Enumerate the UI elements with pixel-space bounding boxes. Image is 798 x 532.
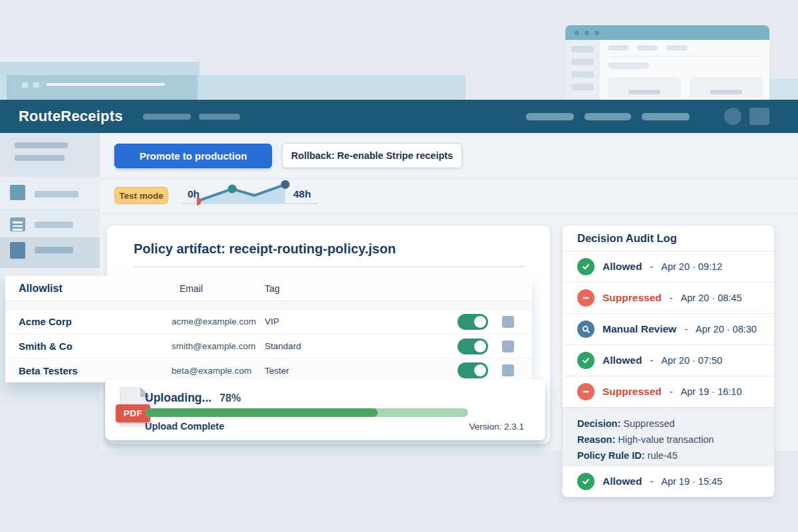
table-spacer bbox=[5, 301, 532, 310]
app-header: RouteReceipts bbox=[0, 100, 798, 133]
detail-rule-id: Policy Rule ID: rule-45 bbox=[577, 450, 774, 461]
audit-log-title: Decision Audit Log bbox=[563, 225, 774, 251]
promote-button-label: Promote to production bbox=[140, 150, 247, 162]
nav-item-placeholder[interactable] bbox=[526, 113, 574, 120]
rollback-button-label: Rollback: Re-enable Stripe receipts bbox=[291, 150, 453, 161]
audit-detail-box: Decision: Suppressed Reason: High-value … bbox=[563, 408, 774, 466]
decor-band bbox=[768, 78, 798, 100]
decor-mock-sidebar bbox=[565, 40, 600, 100]
row-toggle[interactable] bbox=[458, 338, 488, 354]
decor-browser-mock bbox=[565, 25, 769, 100]
divider bbox=[100, 178, 798, 179]
search-icon bbox=[577, 321, 595, 338]
menu-square-icon[interactable] bbox=[749, 108, 769, 125]
list-icon bbox=[10, 217, 25, 231]
nav-item-placeholder[interactable] bbox=[199, 114, 240, 120]
table-row[interactable]: Acme Corp acme@example.com VIP bbox=[5, 310, 532, 334]
minus-icon bbox=[577, 383, 595, 400]
check-icon bbox=[577, 473, 595, 490]
test-sparkline bbox=[197, 180, 290, 207]
audit-entry[interactable]: Manual Review - Apr 20 · 08:30 bbox=[563, 314, 774, 345]
upload-card: PDF Uploading...78% Upload Complete Vers… bbox=[105, 379, 545, 440]
audit-entry[interactable]: Suppressed - Apr 20 · 08:45 bbox=[563, 283, 774, 314]
window-dot-icon bbox=[595, 31, 599, 35]
decor-mock-content bbox=[600, 40, 769, 100]
column-header-tag: Tag bbox=[265, 283, 280, 294]
check-icon bbox=[577, 352, 595, 369]
decor-browser-titlebar bbox=[565, 25, 769, 40]
row-toggle[interactable] bbox=[458, 362, 488, 378]
range-end-label: 48h bbox=[293, 188, 311, 200]
detail-decision: Decision: Suppressed bbox=[577, 418, 774, 429]
allowlist-table: Allowlist Email Tag Acme Corp acme@examp… bbox=[5, 276, 532, 382]
check-icon bbox=[577, 258, 595, 275]
audit-entry[interactable]: Allowed - Apr 19 · 15:45 bbox=[563, 466, 774, 497]
nav-item-placeholder[interactable] bbox=[585, 113, 631, 120]
version-label: Version: 2.3.1 bbox=[469, 422, 524, 432]
rollback-button[interactable]: Rollback: Re-enable Stripe receipts bbox=[282, 143, 462, 168]
sidebar-header-placeholder bbox=[0, 133, 100, 177]
divider bbox=[100, 213, 798, 213]
audit-entry[interactable]: Allowed - Apr 20 · 07:50 bbox=[563, 345, 774, 376]
detail-reason: Reason: High-value transaction bbox=[577, 434, 774, 445]
audit-entry[interactable]: Allowed - Apr 20 · 09:12 bbox=[563, 251, 774, 283]
window-dot-icon bbox=[575, 31, 579, 35]
upload-percent: 78% bbox=[219, 392, 241, 404]
decor-browser-bar bbox=[7, 75, 198, 100]
column-header-email: Email bbox=[180, 283, 203, 294]
row-toggle[interactable] bbox=[458, 314, 488, 330]
allowlist-table-header: Allowlist Email Tag bbox=[5, 276, 532, 301]
upload-complete-label: Upload Complete bbox=[145, 421, 224, 432]
sidebar-item-selected[interactable] bbox=[0, 238, 100, 268]
app-brand: RouteReceipts bbox=[19, 108, 123, 125]
table-row[interactable]: Smith & Co smith@example.com Standard bbox=[5, 334, 532, 359]
sidebar-item[interactable] bbox=[0, 177, 100, 211]
minus-icon bbox=[577, 289, 595, 307]
upload-status: Uploading...78% bbox=[145, 391, 241, 405]
decor-square bbox=[22, 82, 28, 88]
audit-entry[interactable]: Suppressed - Apr 19 · 16:10 bbox=[563, 376, 774, 408]
decor-address-line bbox=[47, 83, 165, 86]
row-action-square[interactable] bbox=[502, 364, 514, 376]
window-dot-icon bbox=[585, 31, 589, 35]
avatar[interactable] bbox=[724, 108, 741, 125]
divider bbox=[134, 266, 525, 267]
row-action-square[interactable] bbox=[502, 340, 514, 352]
sidebar-item-icon bbox=[10, 242, 25, 259]
sidebar-item-icon bbox=[10, 185, 25, 200]
row-action-square[interactable] bbox=[502, 316, 514, 328]
promote-button[interactable]: Promote to production bbox=[114, 144, 272, 168]
upload-progress-bar bbox=[145, 408, 468, 417]
decor-square bbox=[33, 82, 39, 88]
policy-panel-title: Policy artifact: receipt-routing-policy.… bbox=[134, 241, 396, 257]
nav-item-placeholder[interactable] bbox=[642, 113, 690, 120]
allowlist-title: Allowlist bbox=[19, 283, 63, 295]
nav-item-placeholder[interactable] bbox=[143, 114, 191, 120]
sidebar-item[interactable] bbox=[0, 211, 100, 238]
upload-progress-fill bbox=[145, 408, 378, 417]
audit-log-panel: Decision Audit Log Allowed - Apr 20 · 09… bbox=[562, 225, 775, 497]
test-mode-badge: Test mode bbox=[114, 187, 168, 204]
